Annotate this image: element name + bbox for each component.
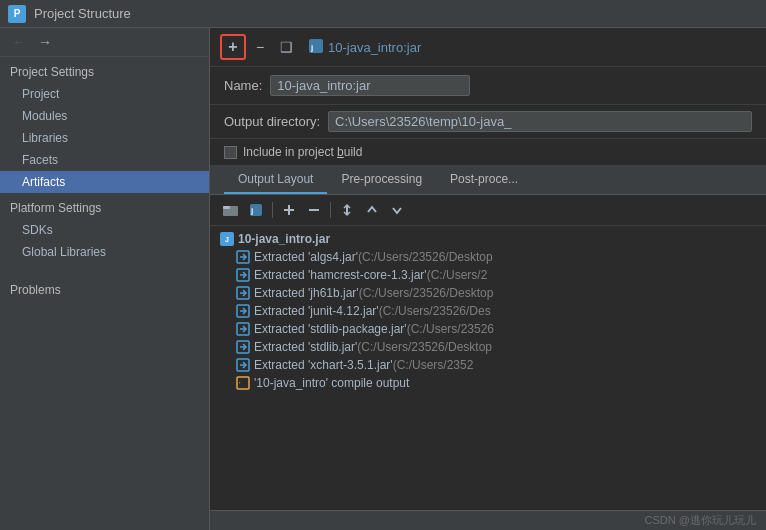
include-checkbox[interactable] xyxy=(224,146,237,159)
item3-label: Extracted 'jh61b.jar' xyxy=(254,286,359,300)
project-settings-label: Project Settings xyxy=(0,57,209,83)
content-remove-button[interactable] xyxy=(303,199,325,221)
name-row: Name: xyxy=(210,67,766,105)
content-sort-button[interactable] xyxy=(336,199,358,221)
item6-label: Extracted 'stdlib.jar' xyxy=(254,340,357,354)
tree-root-item[interactable]: J 10-java_intro.jar xyxy=(210,230,766,248)
name-input[interactable] xyxy=(270,75,470,96)
sidebar-item-artifacts[interactable]: Artifacts xyxy=(0,171,209,193)
tree-item[interactable]: ' '10-java_intro' compile output xyxy=(210,374,766,392)
watermark-bar: CSDN @逃你玩儿玩儿 xyxy=(210,510,766,530)
back-button[interactable]: ← xyxy=(8,32,30,52)
content-down-button[interactable] xyxy=(386,199,408,221)
artifact-toolbar: + − ❑ j 10-java_intro:jar xyxy=(210,28,766,67)
extract-icon xyxy=(236,358,250,372)
right-panel: + − ❑ j 10-java_intro:jar Name: Output xyxy=(210,28,766,530)
app-icon: P xyxy=(8,5,26,23)
include-row: Include in project build xyxy=(210,139,766,166)
item4-path: (C:/Users/23526/Des xyxy=(379,304,491,318)
item1-label: Extracted 'algs4.jar' xyxy=(254,250,358,264)
output-dir-input[interactable] xyxy=(328,111,752,132)
include-label: Include in project build xyxy=(243,145,362,159)
extract-icon xyxy=(236,286,250,300)
extract-icon xyxy=(236,268,250,282)
name-label: Name: xyxy=(224,78,262,93)
item6-path: (C:/Users/23526/Desktop xyxy=(357,340,492,354)
svg-text:j: j xyxy=(250,206,253,215)
tree-root-label: 10-java_intro.jar xyxy=(238,232,330,246)
tabs-row: Output Layout Pre-processing Post-proce.… xyxy=(210,166,766,195)
sidebar-item-libraries[interactable]: Libraries xyxy=(0,127,209,149)
item5-path: (C:/Users/23526 xyxy=(407,322,494,336)
content-up-button[interactable] xyxy=(361,199,383,221)
add-artifact-button[interactable]: + xyxy=(220,34,246,60)
extract-icon: ' xyxy=(236,376,250,390)
problems-label: Problems xyxy=(0,275,209,301)
sidebar-item-project[interactable]: Project xyxy=(0,83,209,105)
jar-icon: j xyxy=(308,38,324,57)
extract-icon xyxy=(236,322,250,336)
artifact-entry[interactable]: j 10-java_intro:jar xyxy=(300,38,421,57)
platform-settings-label: Platform Settings xyxy=(0,193,209,219)
item2-path: (C:/Users/2 xyxy=(427,268,488,282)
title-bar: P Project Structure xyxy=(0,0,766,28)
item1-path: (C:/Users/23526/Desktop xyxy=(358,250,493,264)
artifact-entry-label: 10-java_intro:jar xyxy=(328,40,421,55)
title-bar-text: Project Structure xyxy=(34,6,131,21)
tree-item[interactable]: Extracted 'algs4.jar' (C:/Users/23526/De… xyxy=(210,248,766,266)
content-toolbar: j xyxy=(210,195,766,226)
sidebar-item-sdks[interactable]: SDKs xyxy=(0,219,209,241)
remove-artifact-button[interactable]: − xyxy=(248,35,272,59)
item3-path: (C:/Users/23526/Desktop xyxy=(359,286,494,300)
item2-label: Extracted 'hamcrest-core-1.3.jar' xyxy=(254,268,427,282)
svg-text:j: j xyxy=(310,43,313,52)
tab-output-layout[interactable]: Output Layout xyxy=(224,166,327,194)
svg-text:': ' xyxy=(239,380,241,389)
main-layout: ← → Project Settings Project Modules Lib… xyxy=(0,28,766,530)
toolbar-divider2 xyxy=(330,202,331,218)
tree-content: J 10-java_intro.jar Extracted 'algs4.jar… xyxy=(210,226,766,510)
tree-item[interactable]: Extracted 'jh61b.jar' (C:/Users/23526/De… xyxy=(210,284,766,302)
sidebar-nav-row: ← → xyxy=(0,28,209,57)
tree-item[interactable]: Extracted 'stdlib-package.jar' (C:/Users… xyxy=(210,320,766,338)
extract-icon xyxy=(236,340,250,354)
item7-path: (C:/Users/2352 xyxy=(393,358,474,372)
tree-item[interactable]: Extracted 'junit-4.12.jar' (C:/Users/235… xyxy=(210,302,766,320)
output-dir-row: Output directory: xyxy=(210,105,766,139)
sidebar-item-modules[interactable]: Modules xyxy=(0,105,209,127)
sidebar-item-facets[interactable]: Facets xyxy=(0,149,209,171)
toolbar-divider xyxy=(272,202,273,218)
sidebar-item-global-libraries[interactable]: Global Libraries xyxy=(0,241,209,263)
watermark-text: CSDN @逃你玩儿玩儿 xyxy=(645,514,756,526)
extract-icon xyxy=(236,250,250,264)
item8-label: '10-java_intro' compile output xyxy=(254,376,409,390)
content-add-button[interactable] xyxy=(278,199,300,221)
sidebar: ← → Project Settings Project Modules Lib… xyxy=(0,28,210,530)
forward-button[interactable]: → xyxy=(34,32,56,52)
content-jar-button[interactable]: j xyxy=(245,199,267,221)
extract-icon xyxy=(236,304,250,318)
tree-item[interactable]: Extracted 'hamcrest-core-1.3.jar' (C:/Us… xyxy=(210,266,766,284)
tree-item[interactable]: Extracted 'xchart-3.5.1.jar' (C:/Users/2… xyxy=(210,356,766,374)
output-dir-label: Output directory: xyxy=(224,114,320,129)
tab-pre-processing[interactable]: Pre-processing xyxy=(327,166,436,194)
item4-label: Extracted 'junit-4.12.jar' xyxy=(254,304,379,318)
tab-post-processing[interactable]: Post-proce... xyxy=(436,166,532,194)
content-folder-button[interactable] xyxy=(220,199,242,221)
item5-label: Extracted 'stdlib-package.jar' xyxy=(254,322,407,336)
root-jar-icon: J xyxy=(220,232,234,246)
svg-rect-3 xyxy=(223,206,230,209)
copy-artifact-button[interactable]: ❑ xyxy=(274,35,298,59)
item7-label: Extracted 'xchart-3.5.1.jar' xyxy=(254,358,393,372)
tree-item[interactable]: Extracted 'stdlib.jar' (C:/Users/23526/D… xyxy=(210,338,766,356)
